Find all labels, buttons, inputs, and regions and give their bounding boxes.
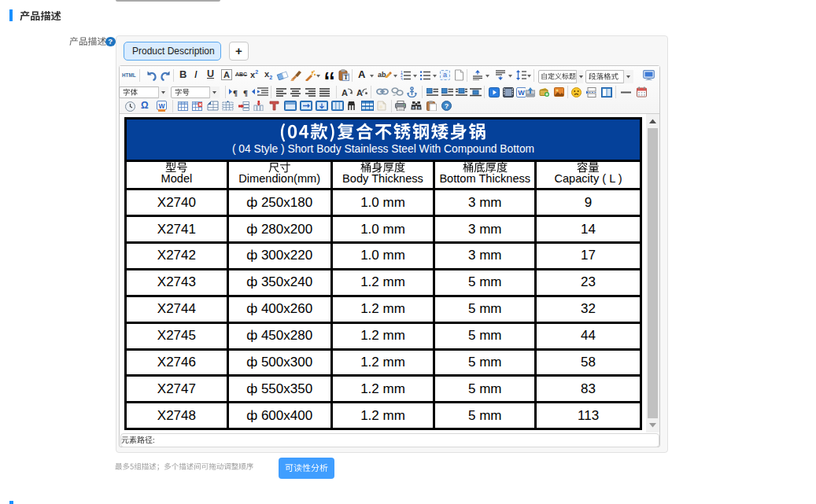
svg-text:W: W xyxy=(518,89,525,97)
svg-text:¶: ¶ xyxy=(233,88,238,97)
svg-text:¶: ¶ xyxy=(243,88,248,97)
svg-text:?: ? xyxy=(445,102,449,110)
svg-text:W: W xyxy=(158,102,165,110)
svg-text:A: A xyxy=(342,88,348,97)
svg-text:A: A xyxy=(356,88,363,97)
svg-text:3: 3 xyxy=(401,77,403,81)
svg-text:T: T xyxy=(344,73,349,81)
